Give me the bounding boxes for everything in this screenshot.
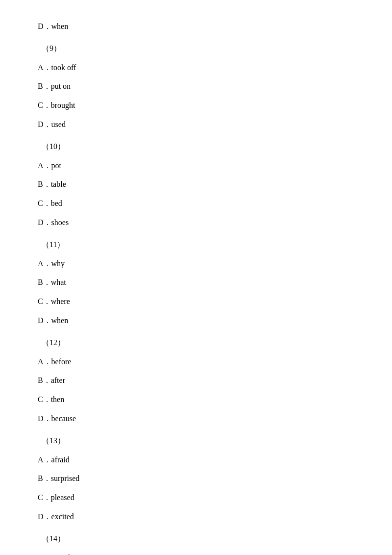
spacer <box>38 57 354 61</box>
spacer <box>38 231 354 235</box>
option-item: A．took off <box>38 61 354 75</box>
option-item: A．pot <box>38 159 354 173</box>
question-number: （13） <box>42 434 354 448</box>
spacer <box>38 449 354 453</box>
spacer <box>38 468 354 472</box>
option-item: A．before <box>38 355 354 369</box>
spacer <box>38 133 354 137</box>
option-item: D．because <box>38 412 354 426</box>
option-item: B．table <box>38 177 354 192</box>
spacer <box>38 193 354 197</box>
option-item: A．sound <box>38 551 354 555</box>
question-number: （10） <box>42 140 354 154</box>
option-item: B．after <box>38 374 354 388</box>
option-item: D．when <box>38 20 354 34</box>
spacer <box>38 408 354 412</box>
main-content: D．when（9）A．took offB．put onC．broughtD．us… <box>0 0 392 555</box>
option-item: D．when <box>38 314 354 328</box>
option-item: C．brought <box>38 99 354 113</box>
spacer <box>38 155 354 159</box>
question-number: （9） <box>42 42 354 56</box>
option-item: A．afraid <box>38 453 354 467</box>
option-item: C．then <box>38 393 354 407</box>
spacer <box>38 329 354 333</box>
spacer <box>38 291 354 295</box>
spacer <box>38 174 354 177</box>
question-number: （11） <box>42 238 354 252</box>
spacer <box>38 76 354 79</box>
question-number: （14） <box>42 532 354 546</box>
spacer <box>38 310 354 314</box>
spacer <box>38 253 354 257</box>
spacer <box>38 114 354 118</box>
spacer <box>38 370 354 374</box>
spacer <box>38 525 354 529</box>
spacer <box>38 506 354 510</box>
spacer <box>38 35 354 39</box>
spacer <box>38 487 354 491</box>
spacer <box>38 212 354 216</box>
spacer <box>38 427 354 431</box>
option-item: B．what <box>38 276 354 290</box>
question-number: （12） <box>42 336 354 350</box>
option-item: B．put on <box>38 79 354 94</box>
option-item: D．shoes <box>38 216 354 230</box>
option-item: C．where <box>38 295 354 309</box>
option-item: D．excited <box>38 510 354 524</box>
option-item: C．bed <box>38 197 354 211</box>
spacer <box>38 547 354 551</box>
option-item: D．used <box>38 118 354 132</box>
spacer <box>38 272 354 276</box>
option-item: B．surprised <box>38 472 354 486</box>
option-item: A．why <box>38 257 354 271</box>
spacer <box>38 389 354 393</box>
option-item: C．pleased <box>38 491 354 505</box>
spacer <box>38 351 354 355</box>
spacer <box>38 95 354 99</box>
